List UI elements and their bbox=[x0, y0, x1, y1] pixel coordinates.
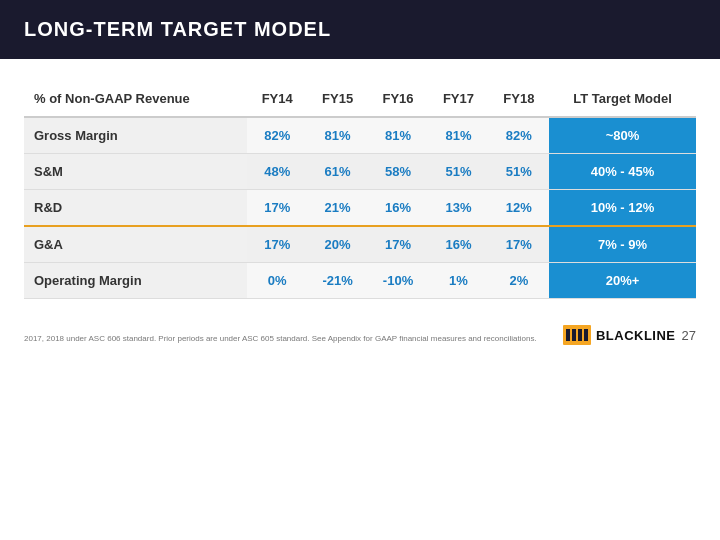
cell-fy14-3: 17% bbox=[247, 190, 307, 227]
row-label-4: G&A bbox=[24, 226, 247, 263]
cell-lt-1: ~80% bbox=[549, 117, 696, 154]
data-table-wrap: % of Non-GAAP Revenue FY14 FY15 FY16 FY1… bbox=[24, 85, 696, 299]
cell-fy15-4: 20% bbox=[307, 226, 367, 263]
col-fy15: FY15 bbox=[307, 85, 367, 117]
cell-fy17-3: 13% bbox=[428, 190, 488, 227]
cell-fy17-1: 81% bbox=[428, 117, 488, 154]
cell-fy18-4: 17% bbox=[489, 226, 549, 263]
cell-fy16-3: 16% bbox=[368, 190, 428, 227]
page-header: LONG-TERM TARGET MODEL bbox=[0, 0, 720, 59]
col-fy18: FY18 bbox=[489, 85, 549, 117]
footer: 2017, 2018 under ASC 606 standard. Prior… bbox=[0, 313, 720, 353]
table-body: Gross Margin82%81%81%81%82%~80%S&M48%61%… bbox=[24, 117, 696, 299]
col-fy17: FY17 bbox=[428, 85, 488, 117]
cell-fy18-1: 82% bbox=[489, 117, 549, 154]
col-fy16: FY16 bbox=[368, 85, 428, 117]
logo-text: BLACKLINE bbox=[596, 328, 676, 343]
cell-fy16-5: -10% bbox=[368, 263, 428, 299]
col-lt-target: LT Target Model bbox=[549, 85, 696, 117]
cell-fy18-5: 2% bbox=[489, 263, 549, 299]
cell-fy15-1: 81% bbox=[307, 117, 367, 154]
cell-lt-3: 10% - 12% bbox=[549, 190, 696, 227]
cell-fy14-1: 82% bbox=[247, 117, 307, 154]
row-label-5: Operating Margin bbox=[24, 263, 247, 299]
row-label-1: Gross Margin bbox=[24, 117, 247, 154]
row-label-2: S&M bbox=[24, 154, 247, 190]
table-row-4: G&A17%20%17%16%17%7% - 9% bbox=[24, 226, 696, 263]
table-row-2: S&M48%61%58%51%51%40% - 45% bbox=[24, 154, 696, 190]
cell-fy17-2: 51% bbox=[428, 154, 488, 190]
page-title: LONG-TERM TARGET MODEL bbox=[24, 18, 331, 40]
footer-note: 2017, 2018 under ASC 606 standard. Prior… bbox=[24, 334, 537, 343]
table-row-5: Operating Margin0%-21%-10%1%2%20%+ bbox=[24, 263, 696, 299]
cell-fy15-3: 21% bbox=[307, 190, 367, 227]
row-label-3: R&D bbox=[24, 190, 247, 227]
column-header-row: % of Non-GAAP Revenue FY14 FY15 FY16 FY1… bbox=[24, 85, 696, 117]
footer-right: BLACKLINE 27 bbox=[563, 325, 696, 345]
cell-lt-2: 40% - 45% bbox=[549, 154, 696, 190]
col-fy14: FY14 bbox=[247, 85, 307, 117]
row-label-header: % of Non-GAAP Revenue bbox=[24, 85, 247, 117]
svg-rect-4 bbox=[584, 329, 588, 341]
cell-fy14-4: 17% bbox=[247, 226, 307, 263]
company-logo: BLACKLINE bbox=[563, 325, 676, 345]
page-number: 27 bbox=[682, 328, 696, 343]
table-row-1: Gross Margin82%81%81%81%82%~80% bbox=[24, 117, 696, 154]
financial-table: % of Non-GAAP Revenue FY14 FY15 FY16 FY1… bbox=[24, 85, 696, 299]
cell-fy18-2: 51% bbox=[489, 154, 549, 190]
cell-fy14-2: 48% bbox=[247, 154, 307, 190]
cell-fy17-4: 16% bbox=[428, 226, 488, 263]
cell-lt-4: 7% - 9% bbox=[549, 226, 696, 263]
cell-fy18-3: 12% bbox=[489, 190, 549, 227]
cell-fy16-1: 81% bbox=[368, 117, 428, 154]
footer-note-container: 2017, 2018 under ASC 606 standard. Prior… bbox=[24, 327, 537, 345]
cell-fy15-2: 61% bbox=[307, 154, 367, 190]
svg-rect-2 bbox=[572, 329, 576, 341]
blackline-logo-icon bbox=[563, 325, 591, 345]
cell-fy15-5: -21% bbox=[307, 263, 367, 299]
svg-rect-1 bbox=[566, 329, 570, 341]
cell-fy16-2: 58% bbox=[368, 154, 428, 190]
cell-fy17-5: 1% bbox=[428, 263, 488, 299]
svg-rect-3 bbox=[578, 329, 582, 341]
cell-fy16-4: 17% bbox=[368, 226, 428, 263]
cell-fy14-5: 0% bbox=[247, 263, 307, 299]
cell-lt-5: 20%+ bbox=[549, 263, 696, 299]
main-content: % of Non-GAAP Revenue FY14 FY15 FY16 FY1… bbox=[0, 59, 720, 309]
table-row-3: R&D17%21%16%13%12%10% - 12% bbox=[24, 190, 696, 227]
